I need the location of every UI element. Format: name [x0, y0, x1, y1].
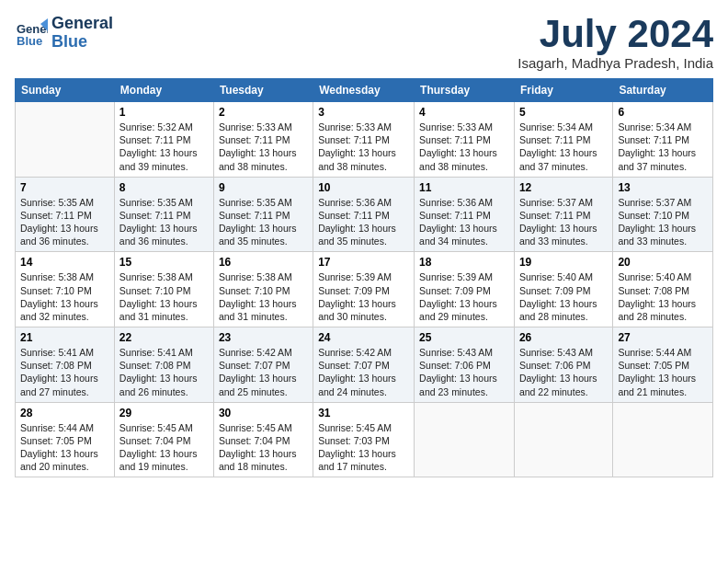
location-subtitle: Isagarh, Madhya Pradesh, India	[518, 55, 713, 71]
logo-icon: General Blue	[15, 17, 48, 50]
day-info: Sunrise: 5:42 AM Sunset: 7:07 PM Dayligh…	[318, 346, 409, 398]
day-info: Sunrise: 5:44 AM Sunset: 7:05 PM Dayligh…	[618, 346, 708, 398]
calendar-header-row: SundayMondayTuesdayWednesdayThursdayFrid…	[16, 79, 713, 102]
column-header-tuesday: Tuesday	[213, 79, 313, 102]
day-number: 18	[419, 256, 509, 269]
day-number: 27	[618, 331, 708, 344]
day-number: 9	[219, 181, 308, 194]
day-number: 21	[20, 331, 109, 344]
calendar-cell: 16Sunrise: 5:38 AM Sunset: 7:10 PM Dayli…	[213, 252, 313, 327]
day-number: 19	[519, 256, 608, 269]
day-info: Sunrise: 5:36 AM Sunset: 7:11 PM Dayligh…	[318, 196, 409, 248]
day-number: 13	[618, 181, 708, 194]
day-number: 29	[119, 407, 209, 419]
calendar-cell: 22Sunrise: 5:41 AM Sunset: 7:08 PM Dayli…	[114, 327, 213, 403]
day-info: Sunrise: 5:39 AM Sunset: 7:09 PM Dayligh…	[318, 270, 409, 323]
calendar-cell: 30Sunrise: 5:45 AM Sunset: 7:04 PM Dayli…	[213, 402, 313, 477]
month-title: July 2024	[518, 15, 713, 53]
day-info: Sunrise: 5:33 AM Sunset: 7:11 PM Dayligh…	[419, 121, 509, 173]
calendar-cell	[415, 402, 515, 477]
day-info: Sunrise: 5:38 AM Sunset: 7:10 PM Dayligh…	[219, 270, 308, 323]
day-number: 24	[318, 331, 409, 344]
calendar-week-row: 1Sunrise: 5:32 AM Sunset: 7:11 PM Daylig…	[16, 102, 713, 178]
day-info: Sunrise: 5:34 AM Sunset: 7:11 PM Dayligh…	[618, 121, 708, 173]
day-info: Sunrise: 5:42 AM Sunset: 7:07 PM Dayligh…	[219, 346, 308, 398]
day-number: 1	[119, 106, 209, 119]
calendar-table: SundayMondayTuesdayWednesdayThursdayFrid…	[15, 78, 713, 477]
day-info: Sunrise: 5:33 AM Sunset: 7:11 PM Dayligh…	[219, 121, 308, 173]
day-number: 15	[119, 256, 209, 269]
calendar-cell: 7Sunrise: 5:35 AM Sunset: 7:11 PM Daylig…	[16, 177, 115, 252]
day-number: 20	[618, 256, 708, 269]
day-info: Sunrise: 5:41 AM Sunset: 7:08 PM Dayligh…	[119, 346, 209, 398]
day-info: Sunrise: 5:38 AM Sunset: 7:10 PM Dayligh…	[20, 270, 109, 323]
calendar-cell: 15Sunrise: 5:38 AM Sunset: 7:10 PM Dayli…	[114, 252, 213, 327]
calendar-cell: 29Sunrise: 5:45 AM Sunset: 7:04 PM Dayli…	[114, 402, 213, 477]
day-info: Sunrise: 5:43 AM Sunset: 7:06 PM Dayligh…	[419, 346, 509, 398]
calendar-cell: 11Sunrise: 5:36 AM Sunset: 7:11 PM Dayli…	[415, 177, 515, 252]
day-info: Sunrise: 5:37 AM Sunset: 7:10 PM Dayligh…	[618, 196, 708, 248]
calendar-cell	[514, 402, 612, 477]
column-header-saturday: Saturday	[613, 79, 713, 102]
calendar-cell: 20Sunrise: 5:40 AM Sunset: 7:08 PM Dayli…	[613, 252, 713, 327]
calendar-cell: 18Sunrise: 5:39 AM Sunset: 7:09 PM Dayli…	[415, 252, 515, 327]
calendar-week-row: 14Sunrise: 5:38 AM Sunset: 7:10 PM Dayli…	[16, 252, 713, 327]
day-number: 31	[318, 407, 409, 419]
calendar-cell: 28Sunrise: 5:44 AM Sunset: 7:05 PM Dayli…	[16, 402, 115, 477]
day-info: Sunrise: 5:44 AM Sunset: 7:05 PM Dayligh…	[20, 421, 109, 474]
day-number: 7	[20, 181, 109, 194]
day-number: 23	[219, 331, 308, 344]
logo: General Blue General Blue	[15, 15, 113, 52]
day-number: 10	[318, 181, 409, 194]
calendar-week-row: 21Sunrise: 5:41 AM Sunset: 7:08 PM Dayli…	[16, 327, 713, 403]
day-number: 28	[20, 407, 109, 419]
calendar-cell: 5Sunrise: 5:34 AM Sunset: 7:11 PM Daylig…	[514, 102, 612, 178]
calendar-cell: 25Sunrise: 5:43 AM Sunset: 7:06 PM Dayli…	[415, 327, 515, 403]
day-number: 11	[419, 181, 509, 194]
calendar-cell: 8Sunrise: 5:35 AM Sunset: 7:11 PM Daylig…	[114, 177, 213, 252]
day-info: Sunrise: 5:35 AM Sunset: 7:11 PM Dayligh…	[119, 196, 209, 248]
day-number: 22	[119, 331, 209, 344]
day-number: 12	[519, 181, 608, 194]
calendar-cell: 9Sunrise: 5:35 AM Sunset: 7:11 PM Daylig…	[213, 177, 313, 252]
day-number: 6	[618, 106, 708, 119]
day-number: 3	[318, 106, 409, 119]
calendar-cell: 14Sunrise: 5:38 AM Sunset: 7:10 PM Dayli…	[16, 252, 115, 327]
day-number: 5	[519, 106, 608, 119]
svg-text:Blue: Blue	[17, 34, 42, 48]
calendar-cell: 21Sunrise: 5:41 AM Sunset: 7:08 PM Dayli…	[16, 327, 115, 403]
calendar-cell: 23Sunrise: 5:42 AM Sunset: 7:07 PM Dayli…	[213, 327, 313, 403]
calendar-cell: 19Sunrise: 5:40 AM Sunset: 7:09 PM Dayli…	[514, 252, 612, 327]
calendar-cell: 31Sunrise: 5:45 AM Sunset: 7:03 PM Dayli…	[313, 402, 415, 477]
title-block: July 2024 Isagarh, Madhya Pradesh, India	[518, 15, 713, 71]
column-header-sunday: Sunday	[16, 79, 115, 102]
day-info: Sunrise: 5:33 AM Sunset: 7:11 PM Dayligh…	[318, 121, 409, 173]
calendar-week-row: 7Sunrise: 5:35 AM Sunset: 7:11 PM Daylig…	[16, 177, 713, 252]
column-header-monday: Monday	[114, 79, 213, 102]
column-header-friday: Friday	[514, 79, 612, 102]
calendar-cell: 1Sunrise: 5:32 AM Sunset: 7:11 PM Daylig…	[114, 102, 213, 178]
day-number: 8	[119, 181, 209, 194]
day-number: 30	[219, 407, 308, 419]
column-header-wednesday: Wednesday	[313, 79, 415, 102]
day-info: Sunrise: 5:34 AM Sunset: 7:11 PM Dayligh…	[519, 121, 608, 173]
day-info: Sunrise: 5:40 AM Sunset: 7:08 PM Dayligh…	[618, 270, 708, 323]
page-header: General Blue General Blue July 2024 Isag…	[15, 15, 713, 71]
day-info: Sunrise: 5:41 AM Sunset: 7:08 PM Dayligh…	[20, 346, 109, 398]
day-info: Sunrise: 5:39 AM Sunset: 7:09 PM Dayligh…	[419, 270, 509, 323]
calendar-cell: 26Sunrise: 5:43 AM Sunset: 7:06 PM Dayli…	[514, 327, 612, 403]
day-number: 17	[318, 256, 409, 269]
day-number: 25	[419, 331, 509, 344]
calendar-cell: 27Sunrise: 5:44 AM Sunset: 7:05 PM Dayli…	[613, 327, 713, 403]
day-number: 2	[219, 106, 308, 119]
day-number: 26	[519, 331, 608, 344]
day-info: Sunrise: 5:45 AM Sunset: 7:04 PM Dayligh…	[119, 421, 209, 474]
day-info: Sunrise: 5:38 AM Sunset: 7:10 PM Dayligh…	[119, 270, 209, 323]
calendar-week-row: 28Sunrise: 5:44 AM Sunset: 7:05 PM Dayli…	[16, 402, 713, 477]
logo-text: General Blue	[51, 15, 113, 52]
day-info: Sunrise: 5:45 AM Sunset: 7:03 PM Dayligh…	[318, 421, 409, 474]
day-info: Sunrise: 5:40 AM Sunset: 7:09 PM Dayligh…	[519, 270, 608, 323]
day-info: Sunrise: 5:35 AM Sunset: 7:11 PM Dayligh…	[219, 196, 308, 248]
day-info: Sunrise: 5:43 AM Sunset: 7:06 PM Dayligh…	[519, 346, 608, 398]
calendar-cell	[16, 102, 115, 178]
